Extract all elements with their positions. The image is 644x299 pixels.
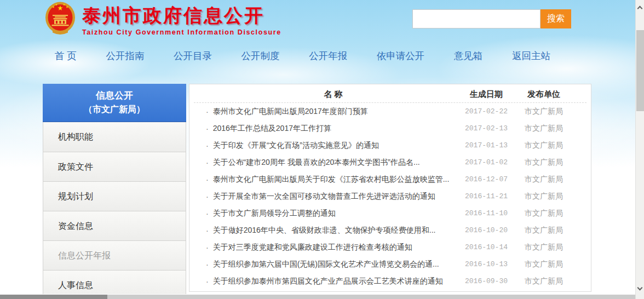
- row-unit: 市文广新局: [516, 277, 571, 286]
- sidebar-item-3[interactable]: 资金信息: [43, 211, 186, 240]
- row-bullet: ·: [206, 141, 209, 150]
- row-date: 2016-11-10: [456, 209, 516, 217]
- table-row: ·关于市文广新局领导分工调整的通知2016-11-10市文广新局: [189, 205, 591, 222]
- row-bullet: ·: [206, 107, 209, 116]
- row-bullet: ·: [206, 124, 209, 133]
- site-title: 泰州市政府信息公开: [82, 4, 281, 26]
- row-unit: 市文广新局: [516, 209, 571, 219]
- sidebar-title: 信息公开: [43, 89, 186, 102]
- row-title-link[interactable]: 关于公布“建市20周年 我最喜欢的20本泰州文学图书”作品名...: [213, 158, 456, 168]
- table-row: ·关于公布“建市20周年 我最喜欢的20本泰州文学图书”作品名...2017-0…: [189, 154, 591, 171]
- table-header-row: 名 称 生成日期 发布单位: [194, 84, 586, 103]
- site-subtitle: Taizhou City Government Information Disc…: [82, 28, 281, 36]
- nav-item-7[interactable]: 返回主站: [512, 49, 550, 62]
- row-bullet: ·: [206, 226, 209, 235]
- row-date: 2017-01-13: [456, 141, 516, 150]
- table-row: ·泰州市文化广电新闻出版局关于印发《江苏省农村电影公益放映监管...2016-1…: [189, 171, 591, 188]
- row-title-link[interactable]: 泰州市文化广电新闻出版局关于印发《江苏省农村电影公益放映监管...: [213, 175, 456, 185]
- sidebar-item-4[interactable]: 信息公开年报: [43, 240, 186, 270]
- horizontal-scrollbar[interactable]: [0, 294, 635, 299]
- sidebar: 信息公开 （市文广新局） 机构职能政策文件规划计划资金信息信息公开年报人事信息: [43, 84, 186, 299]
- sidebar-item-0[interactable]: 机构职能: [43, 122, 186, 152]
- row-bullet: ·: [206, 192, 209, 201]
- row-unit: 市文广新局: [516, 226, 571, 235]
- vertical-scrollbar-thumb[interactable]: [636, 30, 644, 111]
- table-row: ·2016年工作总结及2017年工作打算2017-02-13市文广新局: [189, 120, 591, 137]
- row-bullet: ·: [206, 243, 209, 252]
- table-row: ·关于组织参加泰州市第四届文化产业产品展示会工艺美术讲座的通知2016-09-3…: [189, 273, 591, 290]
- row-bullet: ·: [206, 277, 209, 286]
- row-unit: 市文广新局: [516, 124, 571, 134]
- site-title-block: 泰州市政府信息公开 Taizhou City Government Inform…: [82, 4, 281, 36]
- search-bar: 搜索: [412, 9, 571, 28]
- row-date: 2016-09-30: [456, 277, 516, 285]
- row-unit: 市文广新局: [516, 107, 571, 117]
- table-row: ·关于开展全市第一次全国可移动文物普查工作先进评选活动的通知2016-11-21…: [189, 188, 591, 205]
- main-nav: 首 页公开指南公开目录公开制度公开年报依申请公开意见箱返回主站: [55, 48, 550, 64]
- nav-item-6[interactable]: 意见箱: [454, 49, 483, 62]
- table-row: ·关于做好2016年中央、省级财政非遗、文物保护专项经费使用和...2016-1…: [189, 222, 591, 239]
- row-date: 2017-02-13: [456, 124, 516, 133]
- row-unit: 市文广新局: [516, 243, 571, 252]
- sidebar-subtitle: （市文广新局）: [43, 102, 186, 116]
- nav-item-1[interactable]: 公开指南: [106, 49, 144, 62]
- row-date: 2016-12-07: [456, 175, 516, 183]
- sidebar-item-2[interactable]: 规划计划: [43, 181, 186, 211]
- vertical-scrollbar[interactable]: [635, 0, 644, 299]
- column-header-name: 名 称: [210, 89, 456, 100]
- nav-item-3[interactable]: 公开制度: [242, 49, 280, 62]
- row-bullet: ·: [206, 209, 209, 218]
- row-date: 2016-10-13: [456, 260, 516, 268]
- sidebar-item-1[interactable]: 政策文件: [43, 152, 186, 181]
- row-unit: 市文广新局: [516, 192, 571, 202]
- table-row: ·泰州市文化广电新闻出版局2017年度部门预算2017-02-22市文广新局: [189, 103, 591, 120]
- row-title-link[interactable]: 关于市文广新局领导分工调整的通知: [213, 209, 456, 219]
- row-bullet: ·: [206, 260, 209, 269]
- row-date: 2016-10-20: [456, 226, 516, 234]
- row-date: 2017-01-02: [456, 158, 516, 166]
- row-title-link[interactable]: 关于印发《开展“文化百场”活动实施意见》的通知: [213, 141, 456, 151]
- column-header-unit: 发布单位: [516, 89, 571, 100]
- search-button[interactable]: 搜索: [540, 9, 571, 28]
- sidebar-header: 信息公开 （市文广新局）: [43, 84, 186, 122]
- scroll-down-arrow-icon[interactable]: [636, 285, 644, 294]
- row-title-link[interactable]: 关于组织参加第六届中国(无锡)国际文化艺术产业博览交易会的通...: [213, 260, 456, 269]
- row-unit: 市文广新局: [516, 175, 571, 185]
- table-rows: ·泰州市文化广电新闻出版局2017年度部门预算2017-02-22市文广新局·2…: [189, 103, 591, 290]
- row-title-link[interactable]: 泰州市文化广电新闻出版局2017年度部门预算: [213, 107, 456, 117]
- row-date: 2017-02-22: [456, 107, 516, 116]
- document-list-panel: 名 称 生成日期 发布单位 ·泰州市文化广电新闻出版局2017年度部门预算201…: [189, 84, 591, 292]
- row-bullet: ·: [206, 158, 209, 167]
- row-unit: 市文广新局: [516, 141, 571, 151]
- row-title-link[interactable]: 关于做好2016年中央、省级财政非遗、文物保护专项经费使用和...: [213, 226, 456, 235]
- table-row: ·关于组织参加第六届中国(无锡)国际文化艺术产业博览交易会的通...2016-1…: [189, 256, 591, 273]
- search-input[interactable]: [412, 9, 540, 28]
- nav-item-4[interactable]: 公开年报: [309, 49, 347, 62]
- table-row: ·关于印发《开展“文化百场”活动实施意见》的通知2017-01-13市文广新局: [189, 137, 591, 154]
- row-unit: 市文广新局: [516, 260, 571, 269]
- national-emblem-logo: [45, 2, 76, 37]
- row-date: 2016-10-14: [456, 243, 516, 251]
- column-header-date: 生成日期: [456, 89, 516, 100]
- row-unit: 市文广新局: [516, 158, 571, 168]
- scroll-up-arrow-icon[interactable]: [636, 3, 644, 12]
- nav-item-5[interactable]: 依申请公开: [377, 49, 425, 62]
- row-date: 2016-11-21: [456, 192, 516, 200]
- nav-item-2[interactable]: 公开目录: [174, 49, 212, 62]
- sidebar-list: 机构职能政策文件规划计划资金信息信息公开年报人事信息: [43, 122, 186, 299]
- row-bullet: ·: [206, 175, 209, 184]
- row-title-link[interactable]: 关于对三季度党建和党风廉政建设工作进行检查考核的通知: [213, 243, 456, 252]
- row-title-link[interactable]: 2016年工作总结及2017年工作打算: [213, 124, 456, 134]
- table-row: ·关于对三季度党建和党风廉政建设工作进行检查考核的通知2016-10-14市文广…: [189, 239, 591, 256]
- row-title-link[interactable]: 关于组织参加泰州市第四届文化产业产品展示会工艺美术讲座的通知: [213, 277, 456, 286]
- horizontal-scrollbar-thumb[interactable]: [0, 295, 107, 299]
- nav-item-0[interactable]: 首 页: [55, 49, 77, 62]
- row-title-link[interactable]: 关于开展全市第一次全国可移动文物普查工作先进评选活动的通知: [213, 192, 456, 202]
